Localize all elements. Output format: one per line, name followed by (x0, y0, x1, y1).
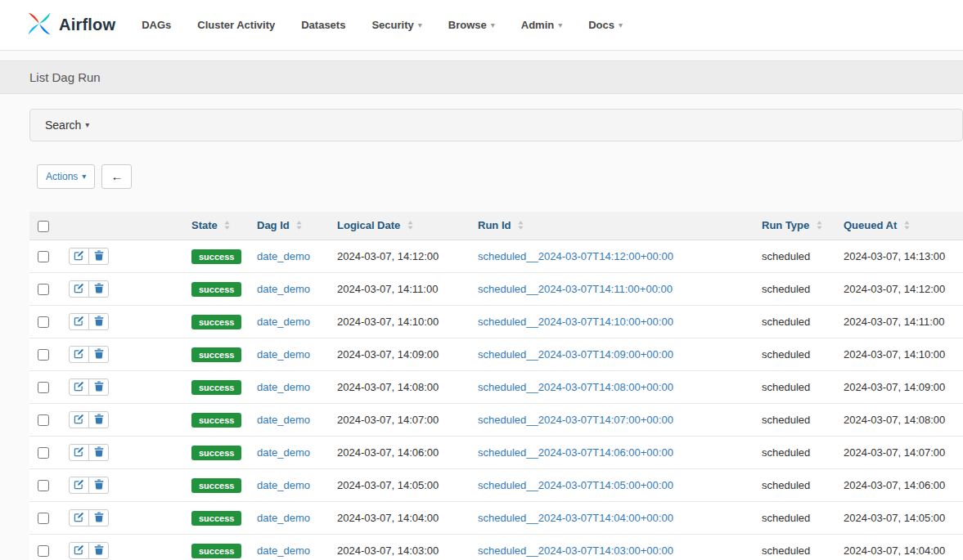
column-header-run-id[interactable]: Run Id (471, 212, 755, 240)
delete-record-button[interactable] (88, 444, 109, 461)
sort-icon[interactable] (296, 220, 302, 232)
row-checkbox[interactable] (38, 349, 49, 361)
delete-record-button[interactable] (88, 509, 109, 526)
edit-record-button[interactable] (69, 411, 89, 428)
run-id-link[interactable]: scheduled__2024-03-07T14:06:00+00:00 (478, 446, 673, 459)
delete-record-button[interactable] (88, 280, 109, 298)
run-id-link[interactable]: scheduled__2024-03-07T14:05:00+00:00 (478, 479, 673, 491)
edit-record-button[interactable] (69, 477, 89, 494)
nav-item-datasets[interactable]: Datasets (301, 19, 345, 31)
row-action-buttons (69, 346, 109, 363)
nav-item-admin[interactable]: Admin ▾ (521, 19, 562, 31)
run-id-link[interactable]: scheduled__2024-03-07T14:04:00+00:00 (478, 512, 673, 524)
column-header-queued-at[interactable]: Queued At (837, 212, 963, 240)
delete-record-button[interactable] (88, 477, 109, 494)
delete-record-button[interactable] (88, 248, 109, 265)
edit-record-button[interactable] (69, 346, 89, 363)
row-checkbox[interactable] (38, 284, 49, 295)
edit-record-button[interactable] (69, 313, 89, 330)
dag-id-link[interactable]: date_demo (257, 381, 310, 393)
edit-record-button[interactable] (69, 379, 89, 396)
dag-id-link[interactable]: date_demo (257, 316, 310, 328)
nav-item-docs[interactable]: Docs ▾ (588, 19, 623, 31)
row-checkbox[interactable] (38, 513, 49, 524)
edit-record-button[interactable] (69, 444, 89, 461)
delete-record-button[interactable] (88, 346, 109, 363)
delete-record-button[interactable] (88, 313, 109, 330)
delete-record-button[interactable] (88, 542, 109, 559)
logical-date-cell: 2024-03-07, 14:11:00 (331, 273, 471, 306)
run-id-link[interactable]: scheduled__2024-03-07T14:07:00+00:00 (478, 414, 673, 426)
row-select-cell (29, 306, 62, 338)
logical-date-cell: 2024-03-07, 14:08:00 (331, 371, 471, 404)
row-checkbox[interactable] (38, 251, 49, 262)
row-action-buttons (69, 509, 109, 526)
edit-record-button[interactable] (69, 542, 89, 559)
airflow-brand[interactable]: Airflow (25, 9, 115, 41)
column-header-state[interactable]: State (185, 212, 250, 240)
column-header-run-type[interactable]: Run Type (755, 212, 837, 240)
edit-record-button[interactable] (69, 280, 89, 298)
delete-record-button[interactable] (88, 379, 109, 396)
nav-item-label: Cluster Activity (197, 19, 275, 31)
status-badge: success (191, 446, 241, 460)
state-cell: success (185, 240, 250, 273)
run-id-link[interactable]: scheduled__2024-03-07T14:11:00+00:00 (478, 283, 673, 295)
nav-item-label: Admin (521, 19, 554, 31)
row-checkbox[interactable] (38, 382, 49, 393)
run-id-link[interactable]: scheduled__2024-03-07T14:10:00+00:00 (478, 316, 673, 328)
run-id-link[interactable]: scheduled__2024-03-07T14:12:00+00:00 (478, 250, 673, 262)
row-checkbox[interactable] (38, 414, 49, 426)
column-header-label: State (191, 219, 218, 231)
row-checkbox[interactable] (38, 316, 49, 328)
dag-run-table: State Dag Id Logical Date Run Id Run Typ… (29, 212, 963, 560)
table-row: success date_demo 2024-03-07, 14:05:00 s… (29, 469, 963, 502)
edit-icon (74, 283, 84, 296)
dag-id-link[interactable]: date_demo (257, 283, 310, 295)
dag-id-link[interactable]: date_demo (257, 414, 310, 426)
sort-icon[interactable] (904, 220, 910, 232)
nav-item-security[interactable]: Security ▾ (371, 19, 421, 31)
run-id-link[interactable]: scheduled__2024-03-07T14:03:00+00:00 (478, 544, 673, 557)
delete-record-button[interactable] (88, 411, 109, 428)
back-button[interactable]: ← (101, 164, 132, 189)
row-actions-cell (62, 240, 185, 273)
run-id-link[interactable]: scheduled__2024-03-07T14:09:00+00:00 (478, 348, 673, 361)
dag-id-link[interactable]: date_demo (257, 348, 310, 361)
nav-item-browse[interactable]: Browse ▾ (448, 19, 495, 31)
sort-icon[interactable] (518, 220, 524, 232)
dag-id-link[interactable]: date_demo (257, 250, 310, 262)
sort-icon[interactable] (224, 220, 230, 232)
row-checkbox[interactable] (38, 480, 49, 491)
nav-item-cluster-activity[interactable]: Cluster Activity (197, 19, 275, 31)
edit-icon (74, 512, 84, 525)
logical-date-cell: 2024-03-07, 14:04:00 (331, 502, 471, 535)
logical-date-cell: 2024-03-07, 14:09:00 (331, 338, 471, 371)
dag-id-link[interactable]: date_demo (257, 544, 310, 557)
row-checkbox[interactable] (38, 447, 49, 459)
column-header-dag-id[interactable]: Dag Id (250, 212, 331, 240)
edit-icon (74, 414, 84, 427)
dag-id-link[interactable]: date_demo (257, 512, 310, 524)
state-cell: success (185, 306, 250, 338)
table-row: success date_demo 2024-03-07, 14:04:00 s… (29, 502, 963, 535)
sort-icon[interactable] (817, 220, 822, 232)
trash-icon (94, 446, 104, 459)
run-id-link[interactable]: scheduled__2024-03-07T14:08:00+00:00 (478, 381, 673, 393)
logical-date-cell: 2024-03-07, 14:06:00 (331, 437, 471, 469)
nav-item-dags[interactable]: DAGs (142, 19, 171, 31)
dag-id-link[interactable]: date_demo (257, 446, 310, 459)
row-action-buttons (69, 477, 109, 494)
edit-record-button[interactable] (69, 509, 89, 526)
row-checkbox[interactable] (38, 545, 49, 557)
sort-icon[interactable] (407, 220, 413, 232)
column-header-logical-date[interactable]: Logical Date (331, 212, 471, 240)
actions-button[interactable]: Actions ▾ (37, 164, 95, 189)
select-all-checkbox[interactable] (38, 221, 49, 232)
dag-id-link[interactable]: date_demo (257, 479, 310, 491)
search-panel[interactable]: Search ▾ (29, 109, 963, 141)
queued-at-cell: 2024-03-07, 14:08:00 (837, 404, 963, 437)
edit-record-button[interactable] (69, 248, 89, 265)
run-type-cell: scheduled (755, 306, 837, 338)
brand-name: Airflow (59, 16, 115, 34)
